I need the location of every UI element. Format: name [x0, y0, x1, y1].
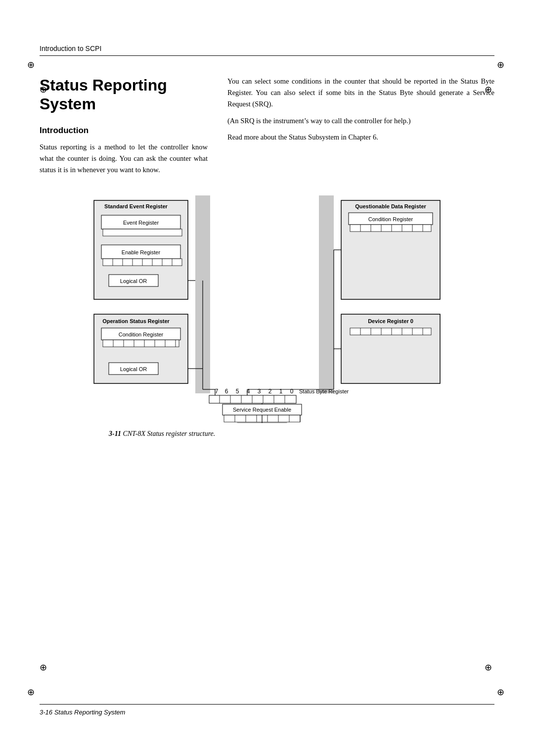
intro-para1: Status reporting is a method to let the … — [40, 142, 208, 176]
svg-text:Service Request Enable: Service Request Enable — [233, 407, 291, 413]
reg-mark-br2 — [485, 662, 494, 672]
svg-text:Event Register: Event Register — [123, 220, 159, 226]
svg-text:5: 5 — [236, 388, 239, 395]
reg-mark-tl — [27, 59, 37, 69]
svg-text:Condition Register: Condition Register — [119, 331, 164, 337]
right-column: You can select some conditions in the co… — [227, 76, 494, 176]
std-event-label: Standard Event Register — [104, 203, 168, 209]
reg-mark-br — [497, 687, 507, 697]
svg-text:2: 2 — [268, 388, 272, 395]
svg-text:Logical OR: Logical OR — [120, 278, 147, 284]
reg-mark-tr — [497, 59, 507, 69]
svg-text:Device Register 0: Device Register 0 — [368, 318, 413, 324]
reg-mark-tr2 — [485, 84, 494, 94]
intro-para2: You can select some conditions in the co… — [227, 76, 494, 110]
content-columns: Status Reporting System Introduction Sta… — [40, 76, 494, 176]
page-header: Introduction to SCPI — [40, 45, 494, 56]
svg-text:Condition Register: Condition Register — [368, 216, 413, 222]
footer-text: 3-16 Status Reporting System — [40, 709, 125, 716]
svg-rect-39 — [103, 340, 179, 347]
reg-mark-bl2 — [40, 662, 49, 672]
intro-para3: (An SRQ is the instrument’s way to call … — [227, 115, 494, 127]
svg-rect-60 — [319, 195, 334, 393]
section-heading-introduction: Introduction — [40, 126, 208, 136]
svg-rect-49 — [341, 314, 440, 383]
svg-text:0: 0 — [290, 388, 294, 395]
svg-text:7: 7 — [215, 388, 219, 395]
svg-rect-76 — [209, 395, 296, 403]
reg-mark-bl — [27, 687, 37, 697]
intro-para4: Read more about the Status Subsystem in … — [227, 132, 494, 143]
reg-mark-tl2 — [40, 84, 49, 94]
page-title: Status Reporting System — [40, 76, 208, 114]
svg-rect-10 — [103, 229, 182, 236]
figure-caption: 3-11 CNT-8X Status register structure. — [79, 430, 455, 438]
svg-text:Logical OR: Logical OR — [120, 366, 147, 372]
svg-rect-27 — [350, 225, 431, 232]
diagram-svg: Standard Event Register Event Register E… — [79, 195, 455, 425]
header-title: Introduction to SCPI — [40, 45, 101, 52]
svg-text:Questionable Data Register: Questionable Data Register — [355, 203, 426, 209]
page-footer: 3-16 Status Reporting System — [40, 704, 494, 716]
svg-text:3: 3 — [258, 388, 261, 395]
svg-text:6: 6 — [225, 388, 228, 395]
figure-text: CNT-8X Status register structure. — [123, 430, 215, 437]
svg-text:1: 1 — [279, 388, 283, 395]
page: Introduction to SCPI Status Reporting Sy… — [0, 0, 534, 756]
left-column: Status Reporting System Introduction Sta… — [40, 76, 208, 176]
svg-text:Operation Status Register: Operation Status Register — [102, 318, 170, 324]
diagram-container: Standard Event Register Event Register E… — [79, 195, 455, 438]
svg-rect-51 — [350, 328, 431, 335]
svg-text:Enable Register: Enable Register — [122, 249, 161, 255]
figure-number: 3-11 — [109, 430, 121, 437]
